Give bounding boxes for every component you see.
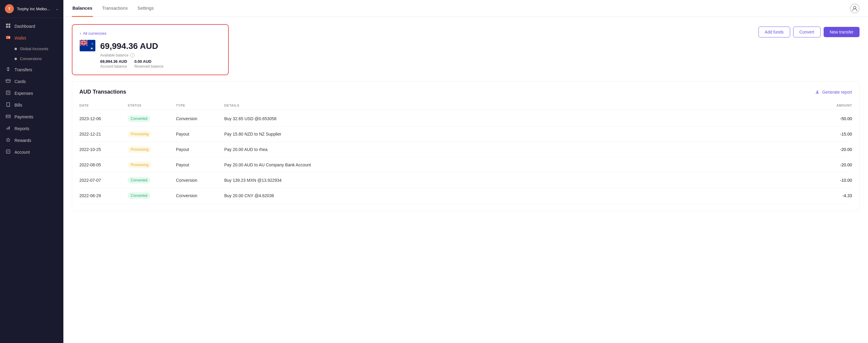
status-badge: Converted: [128, 192, 150, 199]
back-arrow-icon: ‹: [80, 31, 81, 36]
svg-marker-16: [6, 138, 10, 142]
cell-type: Payout: [176, 147, 224, 152]
transactions-section: AUD Transactions Generate report DATE ST…: [72, 81, 860, 211]
cell-amount: -10.00: [810, 178, 852, 183]
table-row[interactable]: 2022-07-07 Converted Conversion Buy 139.…: [80, 173, 852, 188]
sidebar-item-conversions[interactable]: Conversions: [0, 54, 63, 64]
sidebar: T Torphy Inc Melbo... ⌄ Dashboard: [0, 0, 63, 343]
account-balance-label: Account balance: [100, 64, 127, 68]
sidebar-item-transfers[interactable]: Transfers: [0, 64, 63, 75]
payments-icon: [5, 114, 11, 120]
cell-details: Pay 20.00 AUD to AU Company Bank Account: [224, 162, 810, 167]
cell-date: 2022-06-29: [80, 193, 128, 198]
reserved-balance-label: Reserved balance: [134, 64, 163, 68]
table-row[interactable]: 2023-12-06 Converted Conversion Buy 32.6…: [80, 111, 852, 126]
svg-rect-2: [6, 26, 8, 28]
main-content: Balances Transactions Settings ‹ All cur…: [63, 0, 868, 343]
table-row[interactable]: 2022-08-05 Processing Payout Pay 20.00 A…: [80, 157, 852, 173]
sidebar-item-label: Account: [14, 150, 30, 155]
svg-rect-15: [9, 126, 10, 129]
balance-actions: Add funds Convert New transfer: [758, 27, 860, 37]
table-row[interactable]: 2022-12-21 Processing Payout Pay 15.80 N…: [80, 126, 852, 142]
svg-rect-6: [6, 80, 10, 83]
user-avatar[interactable]: [850, 4, 860, 13]
back-link-label: All currencies: [83, 31, 106, 36]
rewards-icon: [5, 137, 11, 143]
balance-card: ‹ All currencies: [72, 24, 229, 75]
cell-date: 2022-07-07: [80, 178, 128, 183]
transactions-title: AUD Transactions: [80, 89, 126, 95]
sidebar-item-label: Dashboard: [14, 24, 35, 29]
cell-details: Buy 20.00 CNY @4.62036: [224, 193, 810, 198]
sidebar-chevron-icon[interactable]: ⌄: [56, 7, 59, 11]
sidebar-item-cards[interactable]: Cards: [0, 75, 63, 87]
cell-details: Buy 32.65 USD @0.653058: [224, 116, 810, 121]
svg-rect-17: [6, 150, 10, 153]
download-icon: [815, 90, 820, 94]
flag-aud: [80, 40, 95, 53]
sidebar-item-global-accounts[interactable]: Global Accounts: [0, 44, 63, 54]
tab-transactions[interactable]: Transactions: [101, 0, 128, 17]
cell-date: 2022-12-21: [80, 132, 128, 136]
add-funds-button[interactable]: Add funds: [758, 27, 790, 37]
status-badge: Processing: [128, 131, 152, 137]
cell-type: Payout: [176, 132, 224, 136]
content-area: ‹ All currencies: [63, 17, 868, 343]
sidebar-item-expenses[interactable]: Expenses: [0, 87, 63, 99]
back-link[interactable]: ‹ All currencies: [80, 31, 221, 36]
wallet-icon: [5, 35, 11, 41]
account-balance-item: 69,994.36 AUD Account balance: [100, 59, 127, 68]
tab-balances[interactable]: Balances: [72, 0, 93, 17]
sidebar-nav: Dashboard Wallet Global Accounts Convers…: [0, 18, 63, 343]
convert-button[interactable]: Convert: [793, 27, 820, 37]
top-bar: Balances Transactions Settings: [63, 0, 868, 17]
available-balance-row: Available balance i: [100, 53, 221, 57]
svg-rect-3: [8, 26, 10, 28]
svg-point-20: [854, 6, 856, 9]
generate-report-label: Generate report: [822, 90, 852, 94]
sidebar-item-dashboard[interactable]: Dashboard: [0, 20, 63, 32]
company-name: Torphy Inc Melbo...: [17, 7, 53, 11]
info-icon[interactable]: i: [130, 53, 134, 57]
sidebar-item-payments[interactable]: Payments: [0, 111, 63, 123]
sidebar-item-label: Transfers: [14, 67, 32, 72]
cell-amount: -50.00: [810, 116, 852, 121]
balance-amount: 69,994.36 AUD: [100, 41, 158, 51]
status-badge: Converted: [128, 177, 150, 184]
reports-icon: [5, 126, 11, 131]
generate-report-button[interactable]: Generate report: [815, 90, 852, 94]
svg-rect-8: [6, 91, 10, 94]
sidebar-item-label: Reports: [14, 126, 29, 131]
sidebar-header[interactable]: T Torphy Inc Melbo... ⌄: [0, 0, 63, 18]
sidebar-item-label: Payments: [14, 115, 33, 119]
sidebar-item-bills[interactable]: Bills: [0, 99, 63, 111]
tabs: Balances Transactions Settings: [72, 0, 154, 17]
reserved-balance-value: 0.00 AUD: [134, 59, 163, 64]
status-badge: Processing: [128, 161, 152, 168]
cell-status: Converted: [128, 192, 176, 199]
cell-date: 2023-12-06: [80, 116, 128, 121]
table-row[interactable]: 2022-10-25 Processing Payout Pay 20.00 A…: [80, 142, 852, 157]
svg-rect-14: [8, 127, 8, 129]
new-transfer-button[interactable]: New transfer: [824, 27, 860, 37]
cell-date: 2022-08-05: [80, 162, 128, 167]
table-row[interactable]: 2022-06-29 Converted Conversion Buy 20.0…: [80, 188, 852, 204]
cell-status: Converted: [128, 115, 176, 122]
cards-icon: [5, 79, 11, 84]
sidebar-item-rewards[interactable]: Rewards: [0, 134, 63, 146]
sidebar-item-label: Conversions: [20, 57, 42, 61]
balance-section: ‹ All currencies: [72, 24, 860, 75]
company-logo: T: [5, 4, 14, 13]
sidebar-item-label: Bills: [14, 103, 22, 107]
svg-rect-1: [8, 24, 10, 25]
cell-details: Pay 20.00 AUD to rhea: [224, 147, 810, 152]
svg-rect-30: [80, 42, 88, 43]
col-status: STATUS: [128, 103, 176, 107]
cell-amount: -20.00: [810, 162, 852, 167]
tab-settings[interactable]: Settings: [137, 0, 154, 17]
transactions-table: 2023-12-06 Converted Conversion Buy 32.6…: [80, 111, 852, 204]
account-icon: [5, 149, 11, 155]
sidebar-item-account[interactable]: Account: [0, 146, 63, 158]
sidebar-item-reports[interactable]: Reports: [0, 123, 63, 134]
sidebar-item-wallet[interactable]: Wallet: [0, 32, 63, 44]
